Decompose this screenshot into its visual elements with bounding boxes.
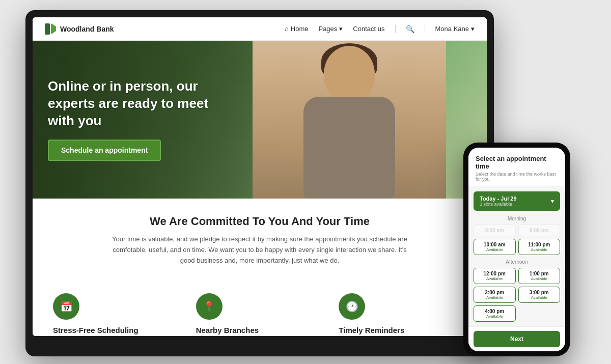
slot-status: Available	[478, 314, 511, 319]
time-slot-10am[interactable]: 10:00 am Available	[474, 239, 516, 255]
home-icon: ⌂	[285, 25, 289, 33]
time-slot-12pm[interactable]: 12:00 pm Available	[474, 268, 516, 284]
person-body	[303, 97, 395, 199]
navbar: Woodland Bank ⌂ Home Pages ▾ Contact us	[33, 17, 487, 41]
user-menu[interactable]: Mona Kane ▾	[435, 25, 475, 33]
afternoon-slots: 12:00 pm Available 1:00 pm Available 2:0…	[474, 268, 560, 322]
slot-status: Available	[478, 247, 511, 252]
laptop: Woodland Bank ⌂ Home Pages ▾ Contact us	[25, 10, 494, 356]
user-chevron-icon: ▾	[471, 25, 475, 33]
date-label: Today - Jul 29	[480, 195, 517, 202]
slot-time: 12:00 pm	[478, 271, 511, 276]
hero-section: Online or in person, our experts are rea…	[33, 41, 487, 199]
slot-time: 4:00 pm	[478, 309, 511, 314]
time-slot-8am[interactable]: 8:00 am	[474, 225, 516, 236]
date-chevron-icon: ▾	[551, 198, 554, 205]
slot-time: 3:00 pm	[523, 290, 556, 295]
phone-title: Select an appointment time	[476, 155, 558, 170]
afternoon-label: Afternoon	[474, 259, 560, 265]
morning-label: Morning	[474, 216, 560, 221]
laptop-screen: Woodland Bank ⌂ Home Pages ▾ Contact us	[33, 17, 487, 336]
slot-time: 9:00 pm	[523, 228, 556, 233]
date-selector[interactable]: Today - Jul 29 3 slots available ▾	[474, 191, 560, 211]
reminders-icon: 🕐	[339, 293, 365, 320]
date-slots: 3 slots available	[480, 202, 517, 207]
time-slot-11pm[interactable]: 11:00 pm Available	[518, 239, 561, 255]
feature-branches: 📍 Nearby Branches We make it easy to cho…	[196, 293, 324, 336]
commitment-section: We Are Committed To You And Your Time Yo…	[33, 199, 487, 288]
morning-slots: 8:00 am 9:00 pm 10:00 am Available 11:00…	[474, 225, 560, 255]
slot-status: Available	[523, 295, 556, 300]
slot-time: 1:00 pm	[523, 271, 556, 276]
nav-links: ⌂ Home Pages ▾ Contact us 🔍	[285, 25, 475, 33]
hero-content: Online or in person, our experts are rea…	[48, 78, 221, 161]
chevron-down-icon: ▾	[339, 25, 343, 33]
nav-divider-2	[425, 25, 425, 33]
feature-reminders: 🕐 Timely Reminders Our automated confirm…	[339, 293, 466, 336]
time-slot-3pm[interactable]: 3:00 pm Available	[518, 287, 561, 303]
laptop-frame: Woodland Bank ⌂ Home Pages ▾ Contact us	[25, 10, 494, 356]
hero-title: Online or in person, our experts are rea…	[48, 78, 221, 129]
brand-name: Woodland Bank	[60, 25, 114, 33]
slot-time: 8:00 am	[478, 228, 511, 233]
feature-scheduling: 📅 Stress-Free Scheduling Our online sche…	[53, 293, 181, 336]
slot-status: Available	[478, 276, 511, 281]
features-section: 📅 Stress-Free Scheduling Our online sche…	[33, 288, 487, 336]
nav-contact[interactable]: Contact us	[353, 25, 384, 33]
logo: Woodland Bank	[45, 23, 114, 35]
phone-subtitle: Select the date and time the works best …	[476, 172, 558, 182]
schedule-appointment-button[interactable]: Schedule an appointment	[48, 140, 161, 161]
logo-icon	[45, 23, 56, 35]
time-slot-4pm[interactable]: 4:00 pm Available	[474, 305, 516, 322]
phone-device: Select an appointment time Select the da…	[463, 143, 570, 356]
phone-footer: Next	[468, 326, 565, 351]
logo-icon-left	[45, 23, 50, 35]
logo-icon-right	[51, 23, 56, 35]
nav-divider	[395, 25, 396, 33]
feature-3-title: Timely Reminders	[339, 326, 466, 334]
slot-status: Available	[523, 247, 556, 252]
feature-1-title: Stress-Free Scheduling	[53, 326, 181, 334]
time-slot-2pm[interactable]: 2:00 pm Available	[474, 287, 516, 303]
phone-body: Today - Jul 29 3 slots available ▾ Morni…	[468, 186, 565, 326]
branches-icon: 📍	[196, 293, 223, 320]
nav-home[interactable]: ⌂ Home	[285, 25, 309, 33]
slot-time: 10:00 am	[478, 242, 511, 247]
search-icon[interactable]: 🔍	[406, 25, 414, 33]
hero-person-image	[253, 41, 446, 199]
nav-pages[interactable]: Pages ▾	[318, 25, 343, 33]
feature-2-title: Nearby Branches	[196, 326, 324, 334]
scene: Woodland Bank ⌂ Home Pages ▾ Contact us	[0, 0, 611, 364]
slot-time: 11:00 pm	[523, 242, 556, 247]
commitment-title: We Are Committed To You And Your Time	[53, 215, 466, 228]
phone-header: Select an appointment time Select the da…	[468, 148, 565, 186]
person-head	[324, 46, 375, 102]
slot-status: Available	[523, 276, 556, 281]
commitment-text: Your time is valuable, and we pledge to …	[107, 234, 412, 266]
phone-screen: Select an appointment time Select the da…	[468, 148, 565, 351]
slot-time: 2:00 pm	[478, 290, 511, 295]
next-button[interactable]: Next	[474, 331, 560, 347]
slot-status: Available	[478, 295, 511, 300]
scheduling-icon: 📅	[53, 293, 79, 320]
time-slot-1pm[interactable]: 1:00 pm Available	[518, 268, 561, 284]
time-slot-9pm[interactable]: 9:00 pm	[518, 225, 561, 236]
